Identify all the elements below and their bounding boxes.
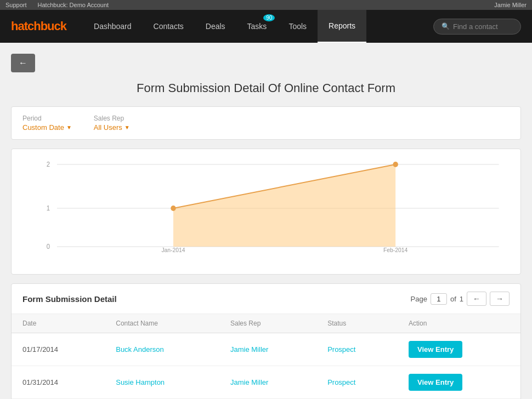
back-button[interactable]: ←	[11, 54, 35, 72]
page-title: Form Submission Detail Of Online Contact…	[11, 81, 521, 95]
search-box[interactable]: 🔍 Find a contact	[433, 19, 521, 35]
svg-text:2: 2	[47, 161, 50, 168]
logo[interactable]: hatchbuck	[11, 19, 66, 33]
contact-link[interactable]: Susie Hampton	[116, 378, 165, 386]
cell-rep: Jamie Miller	[219, 366, 316, 399]
chart-area	[173, 164, 395, 247]
svg-text:0: 0	[47, 243, 50, 250]
user-label: Jamie Miller	[494, 2, 527, 8]
page-content: ← Form Submission Detail Of Online Conta…	[0, 43, 532, 399]
col-action: Action	[398, 314, 520, 333]
view-entry-button[interactable]: View Entry	[409, 341, 462, 358]
table-section: Form Submission Detail Page 1 of 1 ← → D…	[11, 283, 521, 399]
cell-date: 01/17/2014	[12, 333, 105, 366]
prev-page-button[interactable]: ←	[467, 292, 486, 306]
top-pagination: Page 1 of 1 ← →	[411, 292, 510, 306]
cell-status: Prospect	[316, 333, 398, 366]
search-placeholder: Find a contact	[453, 22, 498, 31]
rep-link[interactable]: Jamie Miller	[230, 378, 268, 386]
top-bar: Support Hatchbuck: Demo Account Jamie Mi…	[0, 0, 532, 10]
period-filter: Period Custom Date ▼	[22, 115, 72, 132]
table-title: Form Submission Detail	[22, 294, 117, 304]
nav-reports[interactable]: Reports	[318, 10, 366, 43]
rep-link[interactable]: Jamie Miller	[230, 345, 268, 354]
chart-svg: 2 1 0 Jan-2014 Feb-2014	[39, 160, 504, 253]
main-nav: Dashboard Contacts Deals Tasks 90 Tools …	[83, 10, 433, 43]
total-pages: 1	[460, 295, 463, 303]
header: hatchbuck Dashboard Contacts Deals Tasks…	[0, 10, 532, 43]
cell-date: 01/31/2014	[12, 366, 105, 399]
page-label: Page	[411, 295, 427, 303]
nav-tools[interactable]: Tools	[278, 10, 318, 43]
nav-contacts[interactable]: Contacts	[143, 10, 195, 43]
account-label: Hatchbuck: Demo Account	[38, 2, 109, 8]
table-head: Date Contact Name Sales Rep Status Actio…	[12, 314, 520, 333]
nav-deals[interactable]: Deals	[195, 10, 236, 43]
current-page[interactable]: 1	[431, 293, 447, 305]
svg-text:1: 1	[47, 204, 50, 212]
submissions-table: Date Contact Name Sales Rep Status Actio…	[12, 314, 520, 399]
sales-rep-arrow-icon: ▼	[124, 124, 130, 130]
col-date: Date	[12, 314, 105, 333]
next-page-button[interactable]: →	[490, 292, 510, 306]
svg-text:Jan-2014: Jan-2014	[161, 247, 185, 253]
table-row: 01/17/2014 Buck Anderson Jamie Miller Pr…	[12, 333, 520, 366]
chart-container: 2 1 0 Jan-2014 Feb-2014	[11, 149, 521, 275]
tasks-badge: 90	[263, 14, 275, 21]
sales-rep-filter: Sales Rep All Users ▼	[94, 115, 130, 132]
chart-dot-jan	[171, 206, 176, 211]
cell-status: Prospect	[316, 366, 398, 399]
col-status: Status	[316, 314, 398, 333]
period-arrow-icon: ▼	[66, 124, 72, 130]
support-link[interactable]: Support	[5, 2, 27, 8]
chart-dot-feb	[393, 162, 398, 167]
of-label: of	[450, 295, 456, 303]
search-icon: 🔍	[442, 22, 450, 30]
nav-tasks[interactable]: Tasks 90	[236, 10, 278, 43]
table-header: Form Submission Detail Page 1 of 1 ← →	[12, 284, 520, 314]
col-rep: Sales Rep	[219, 314, 316, 333]
table-header-row: Date Contact Name Sales Rep Status Actio…	[12, 314, 520, 333]
period-dropdown[interactable]: Custom Date ▼	[22, 123, 72, 132]
table-body: 01/17/2014 Buck Anderson Jamie Miller Pr…	[12, 333, 520, 400]
status-badge: Prospect	[327, 345, 355, 354]
col-contact: Contact Name	[105, 314, 219, 333]
sales-rep-dropdown[interactable]: All Users ▼	[94, 123, 130, 132]
cell-action: View Entry	[398, 366, 520, 399]
cell-contact: Buck Anderson	[105, 333, 219, 366]
svg-text:Feb-2014: Feb-2014	[383, 247, 408, 253]
status-badge: Prospect	[327, 378, 355, 386]
table-row: 01/31/2014 Susie Hampton Jamie Miller Pr…	[12, 366, 520, 399]
cell-rep: Jamie Miller	[219, 333, 316, 366]
view-entry-button[interactable]: View Entry	[409, 374, 462, 391]
cell-action: View Entry	[398, 333, 520, 366]
sales-rep-label: Sales Rep	[94, 115, 130, 122]
contact-link[interactable]: Buck Anderson	[116, 345, 163, 354]
filter-bar: Period Custom Date ▼ Sales Rep All Users…	[11, 106, 521, 140]
period-label: Period	[22, 115, 72, 122]
nav-dashboard[interactable]: Dashboard	[83, 10, 143, 43]
cell-contact: Susie Hampton	[105, 366, 219, 399]
